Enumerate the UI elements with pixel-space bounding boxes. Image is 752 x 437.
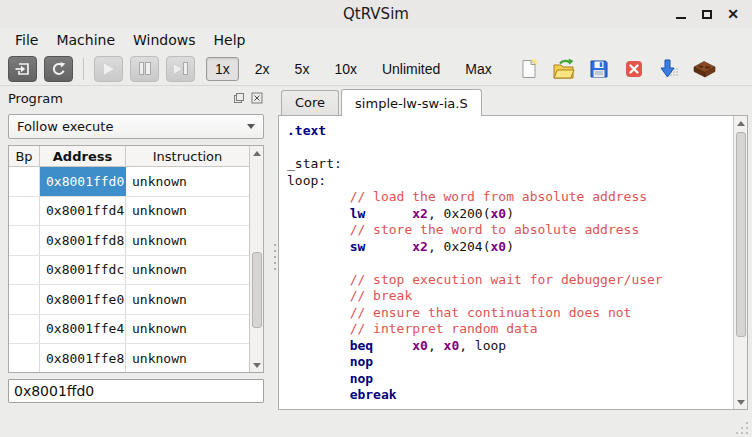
minimize-button[interactable]	[672, 5, 690, 23]
instruction-cell[interactable]: unknown	[126, 285, 249, 314]
program-table: Bp Address Instruction 0x8001ffd0unknown…	[8, 145, 264, 373]
maximize-button[interactable]	[698, 5, 716, 23]
close-file-icon	[625, 60, 643, 78]
speed-2x-button[interactable]: 2x	[246, 57, 279, 81]
maximize-icon	[702, 10, 712, 19]
address-cell[interactable]: 0x8001ffdc	[40, 256, 126, 285]
program-table-body: 0x8001ffd0unknown0x8001ffd4unknown0x8001…	[9, 167, 249, 372]
speed-5x-button[interactable]: 5x	[286, 57, 319, 81]
file-actions	[516, 56, 717, 82]
new-file-button[interactable]	[516, 56, 542, 82]
address-cell[interactable]: 0x8001ffd8	[40, 226, 126, 255]
step-icon	[174, 63, 187, 74]
code-area[interactable]: .text_start:loop: // load the word from …	[279, 116, 733, 409]
speed-10x-button[interactable]: 10x	[325, 57, 366, 81]
reset-icon	[51, 61, 67, 77]
speed-max-button[interactable]: Max	[456, 57, 500, 81]
dock-title: Program	[8, 91, 63, 106]
instruction-cell[interactable]: unknown	[126, 226, 249, 255]
pause-button[interactable]	[130, 56, 159, 82]
scroll-up-icon[interactable]	[250, 146, 263, 160]
code-line: // load the word from absolute address	[287, 189, 733, 206]
bp-cell[interactable]	[9, 285, 40, 314]
follow-mode-select[interactable]: Follow execute	[8, 114, 264, 139]
run-button[interactable]	[94, 56, 123, 82]
new-file-icon	[519, 58, 539, 80]
dock-close-icon	[251, 92, 263, 104]
bp-cell[interactable]	[9, 197, 40, 226]
bp-cell[interactable]	[9, 256, 40, 285]
toolbar: 1x 2x 5x 10x Unlimited Max	[0, 52, 752, 86]
bp-cell[interactable]	[9, 226, 40, 255]
follow-mode-value: Follow execute	[17, 119, 113, 134]
bp-cell[interactable]	[9, 315, 40, 344]
reset-machine-button[interactable]	[44, 56, 73, 82]
float-window-icon	[233, 92, 245, 104]
table-row[interactable]: 0x8001ffe0unknown	[9, 285, 249, 315]
main-area: Program	[0, 86, 752, 418]
table-row[interactable]: 0x8001ffd4unknown	[9, 197, 249, 227]
instruction-cell[interactable]: unknown	[126, 197, 249, 226]
editor-scrollbar[interactable]	[733, 116, 747, 409]
table-row[interactable]: 0x8001ffe8unknown	[9, 344, 249, 372]
instruction-cell[interactable]: unknown	[126, 167, 249, 196]
save-floppy-icon	[589, 59, 609, 79]
bp-cell[interactable]	[9, 344, 40, 372]
qtrvsim-window: QtRVSim ✕ File Machine Windows Help	[0, 0, 752, 437]
scroll-down-icon[interactable]	[250, 358, 263, 372]
menu-file[interactable]: File	[6, 30, 47, 50]
pause-icon	[140, 63, 150, 74]
address-cell[interactable]: 0x8001ffd0	[40, 167, 126, 196]
compile-source-button[interactable]	[691, 56, 717, 82]
column-header-instruction[interactable]: Instruction	[126, 146, 249, 166]
download-memory-button[interactable]	[656, 56, 682, 82]
dock-float-button[interactable]	[232, 91, 246, 105]
scrollbar-thumb[interactable]	[736, 132, 746, 337]
address-cell[interactable]: 0x8001ffe4	[40, 315, 126, 344]
save-file-button[interactable]	[586, 56, 612, 82]
table-row[interactable]: 0x8001ffdcunknown	[9, 256, 249, 286]
address-cell[interactable]: 0x8001ffd4	[40, 197, 126, 226]
address-cell[interactable]: 0x8001ffe0	[40, 285, 126, 314]
table-row[interactable]: 0x8001ffd8unknown	[9, 226, 249, 256]
download-arrow-icon	[659, 59, 679, 79]
instruction-cell[interactable]: unknown	[126, 256, 249, 285]
column-header-address[interactable]: Address	[40, 146, 126, 166]
instruction-cell[interactable]: unknown	[126, 344, 249, 372]
close-file-button[interactable]	[621, 56, 647, 82]
chevron-down-icon	[247, 124, 255, 129]
program-table-scrollbar[interactable]	[249, 146, 263, 372]
close-window-button[interactable]: ✕	[724, 5, 742, 23]
address-jump-input[interactable]	[8, 379, 264, 403]
scrollbar-thumb[interactable]	[252, 252, 262, 328]
code-line: lw x2, 0x200(x0)	[287, 206, 733, 223]
code-line: // ensure that continuation does not	[287, 305, 733, 322]
statusbar	[0, 418, 752, 437]
splitter-handle-icon	[274, 244, 276, 274]
play-icon	[104, 63, 114, 75]
resize-grip-icon[interactable]	[736, 422, 748, 434]
tab-source-file[interactable]: simple-lw-sw-ia.S	[341, 89, 482, 116]
menu-windows[interactable]: Windows	[124, 30, 205, 50]
reload-machine-button[interactable]	[8, 56, 37, 82]
table-row[interactable]: 0x8001ffe4unknown	[9, 315, 249, 345]
editor-panel: Core simple-lw-sw-ia.S .text_start:loop:…	[278, 86, 752, 418]
menu-help[interactable]: Help	[205, 30, 255, 50]
scroll-up-icon[interactable]	[734, 116, 747, 130]
table-row[interactable]: 0x8001ffd0unknown	[9, 167, 249, 197]
step-button[interactable]	[166, 56, 195, 82]
open-file-button[interactable]	[551, 56, 577, 82]
address-cell[interactable]: 0x8001ffe8	[40, 344, 126, 372]
dock-close-button[interactable]	[250, 91, 264, 105]
speed-unlimited-button[interactable]: Unlimited	[373, 57, 449, 81]
code-line: // store the word to absolute address	[287, 222, 733, 239]
build-brick-icon	[691, 59, 717, 78]
source-editor[interactable]: .text_start:loop: // load the word from …	[278, 115, 748, 410]
bp-cell[interactable]	[9, 167, 40, 196]
tab-core[interactable]: Core	[281, 90, 339, 115]
speed-1x-button[interactable]: 1x	[206, 57, 239, 81]
menu-machine[interactable]: Machine	[47, 30, 124, 50]
column-header-bp[interactable]: Bp	[9, 146, 40, 166]
instruction-cell[interactable]: unknown	[126, 315, 249, 344]
scroll-down-icon[interactable]	[734, 395, 747, 409]
